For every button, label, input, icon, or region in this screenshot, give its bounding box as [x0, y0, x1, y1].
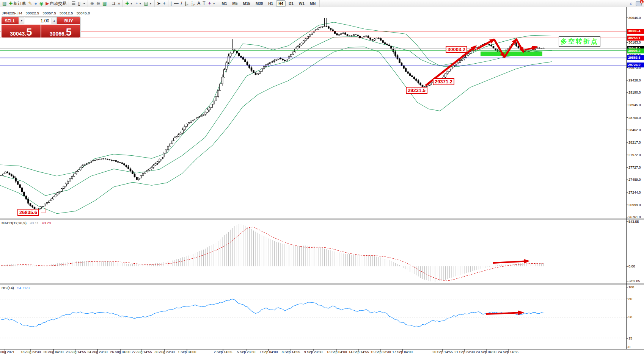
annotation-price-label[interactable]: 30003.2	[446, 46, 467, 53]
shapes-button-dropdown-icon[interactable]: ▼	[213, 2, 215, 5]
macd-histogram	[1, 224, 543, 282]
toolbar-group: |—/∥E┆FAT✦▼	[168, 0, 218, 7]
volume-decrease-button[interactable]: ▼	[19, 17, 24, 24]
chart-symbol-header: JPN225-,H4 30022.5 30057.5 30012.5 30045…	[2, 11, 92, 15]
auto-scroll-button[interactable]: »	[116, 0, 121, 6]
trend-arrow-2[interactable]	[477, 39, 494, 49]
rsi-pane-header: RSI(14) 54.7137	[2, 286, 30, 290]
sell-price-main: 30043	[10, 31, 25, 37]
autotrade-button[interactable]: ▶自动交易	[44, 0, 68, 6]
price-badge-30253.1: 30253.1	[627, 36, 644, 41]
support-zone-rect[interactable]	[481, 52, 542, 56]
templates-button[interactable]: ▤▼	[143, 0, 153, 6]
ohlc-high: 30057.5	[42, 11, 56, 15]
toolbar-group: ✚▼◔▼▤▼	[123, 0, 154, 7]
buy-price-pip: 5	[66, 28, 72, 37]
text-button[interactable]: A	[196, 0, 201, 6]
zoom-out-button[interactable]: ⊖	[95, 0, 101, 6]
vline-button[interactable]: |	[170, 0, 173, 6]
tf-button-m15[interactable]: M15	[240, 0, 252, 7]
fibo-button[interactable]: ┆F	[190, 0, 196, 6]
community-icon[interactable]: ●	[33, 0, 38, 6]
templates-button-dropdown-icon[interactable]: ▼	[149, 2, 152, 5]
toolbar-right: ⌕ 1	[630, 0, 644, 6]
vline-button-glyph: |	[171, 0, 172, 6]
annotation-price-label[interactable]: 29231.5	[406, 87, 427, 94]
crosshair-button[interactable]: +	[162, 0, 167, 6]
label-button[interactable]: T	[201, 0, 206, 6]
bollinger-lower-band	[0, 47, 552, 214]
crayon-icon-glyph: ✎	[28, 0, 32, 6]
signal-icon-glyph: ◉	[39, 0, 43, 6]
indicators-button-dropdown-icon[interactable]: ▼	[130, 2, 133, 5]
line-chart-button-glyph: ~	[83, 0, 85, 6]
tf-button-m1[interactable]: M1	[220, 0, 229, 7]
notifications-icon[interactable]: 1	[636, 1, 642, 6]
rsi-arrow[interactable]	[486, 313, 523, 314]
line-chart-button[interactable]: ~	[82, 0, 86, 6]
bearish-candle-bodies	[7, 26, 540, 210]
symbol-name: JPN225-,H4	[2, 11, 22, 15]
tile-windows-button[interactable]: ▦	[101, 0, 108, 6]
zoom-in-button-glyph: ⊕	[90, 0, 94, 6]
fibo-button-glyph: ┆	[191, 0, 193, 6]
tf-button-m5[interactable]: M5	[230, 0, 240, 7]
price-badge-29724: 29724.0	[627, 63, 644, 67]
bollinger-upper-band	[0, 22, 552, 176]
buy-price-display[interactable]: 30066.5	[41, 25, 80, 38]
macd-arrow[interactable]	[493, 261, 528, 263]
buy-button[interactable]: BUY	[57, 17, 80, 24]
periods-button-dropdown-icon[interactable]: ▼	[139, 2, 141, 5]
annotation-price-label[interactable]: 29371.2	[433, 78, 454, 85]
tf-button-m30[interactable]: M30	[253, 0, 265, 7]
periods-button[interactable]: ◔▼	[134, 0, 143, 6]
auto-scroll-button-glyph: »	[118, 0, 120, 6]
macd-main-value: 43.11	[30, 221, 39, 225]
channel-button[interactable]: ∥E	[183, 0, 190, 6]
indicators-button[interactable]: ✚▼	[124, 0, 134, 6]
tf-button-mn[interactable]: MN	[308, 0, 318, 7]
tf-button-w1[interactable]: W1	[297, 0, 307, 7]
trendline-button[interactable]: /	[180, 0, 183, 6]
annotation-price-label[interactable]: 26835.6	[17, 209, 39, 216]
periods-button-glyph: ◔	[135, 0, 138, 6]
chart-window-icon[interactable]: ▥	[1, 0, 8, 6]
crayon-icon[interactable]: ✎	[27, 0, 33, 6]
toolbar-group: ☰▯~	[69, 0, 88, 7]
ohlc-open: 30022.5	[26, 11, 39, 15]
tf-button-h4[interactable]: H4	[276, 0, 286, 7]
sell-button[interactable]: SELL	[2, 17, 19, 24]
bars-chart-button[interactable]: ☰	[70, 0, 77, 6]
chart-shift-button[interactable]: ⇉	[110, 0, 116, 6]
candles-chart-button[interactable]: ▯	[77, 0, 82, 6]
volume-increase-button[interactable]: ▲	[52, 17, 57, 24]
new-order-button[interactable]: ✚新订单	[8, 0, 27, 6]
cursor-button[interactable]: ➤	[156, 0, 162, 6]
tf-button-d1[interactable]: D1	[286, 0, 296, 7]
sell-price-display[interactable]: 30043.5	[2, 25, 41, 38]
bars-chart-button-glyph: ☰	[71, 0, 75, 6]
trend-arrow-5[interactable]	[516, 39, 523, 52]
shapes-button[interactable]: ✦▼	[207, 0, 217, 6]
zoom-out-button-glyph: ⊖	[96, 0, 100, 6]
support-zone-bar[interactable]	[481, 52, 542, 56]
fibo-button-sub: F	[193, 4, 195, 6]
tf-button-h1[interactable]: H1	[266, 0, 275, 7]
channel-button-sub: E	[187, 4, 188, 6]
toolbar-group: ⇉»	[109, 0, 123, 7]
search-icon[interactable]: ⌕	[630, 0, 633, 6]
autotrade-button-glyph: ▶	[46, 0, 49, 6]
toolbar-groups: ▥✚新订单✎●◉▶自动交易☰▯~⊕⊖▦⇉»✚▼◔▼▤▼➤+|—/∥E┆FAT✦▼	[0, 0, 218, 7]
rsi-layer	[0, 299, 627, 338]
chart-canvas[interactable]	[0, 0, 644, 355]
macd-signal-value: 43.70	[42, 221, 51, 225]
zoom-in-button[interactable]: ⊕	[89, 0, 95, 6]
hline-button[interactable]: —	[173, 0, 180, 6]
volume-input[interactable]	[25, 17, 51, 24]
macd-signal-line	[1, 227, 544, 281]
price-badge-30385.4: 30385.4	[627, 29, 644, 34]
ohlc-close: 30045.0	[76, 11, 90, 15]
turning-point-text-label[interactable]: 多空转折点	[559, 36, 600, 47]
signal-icon[interactable]: ◉	[38, 0, 44, 6]
bullish-candle-bodies	[0, 26, 544, 210]
